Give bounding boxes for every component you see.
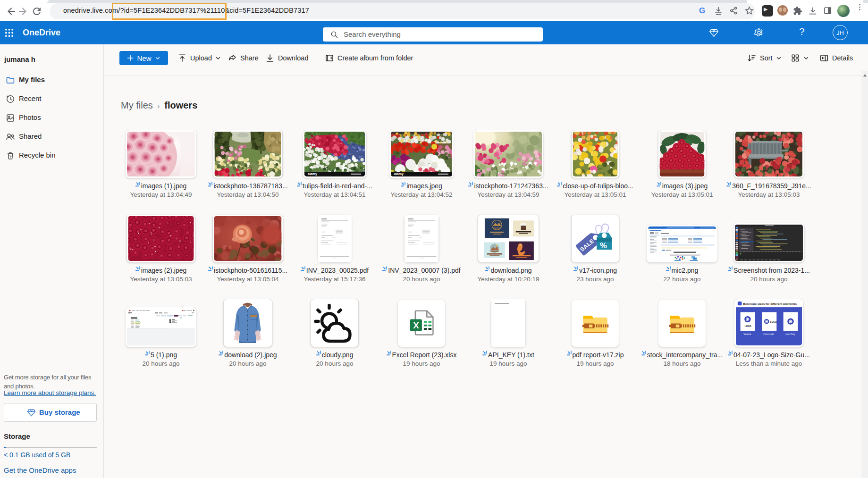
svg-text:Horizontal: Horizontal [763, 333, 774, 335]
svg-text:LOGO: LOGO [770, 321, 777, 323]
svg-text:%: % [600, 241, 607, 250]
svg-text:alamy: alamy [394, 172, 404, 176]
svg-text:Icon Only: Icon Only [785, 333, 795, 335]
svg-text:X: X [413, 320, 419, 330]
svg-text:Best logo sizes for different: Best logo sizes for different platforms [743, 302, 797, 305]
svg-text:alamy: alamy [308, 172, 317, 176]
svg-text:LOGO: LOGO [745, 325, 751, 327]
svg-text:Vertical: Vertical [743, 333, 751, 335]
